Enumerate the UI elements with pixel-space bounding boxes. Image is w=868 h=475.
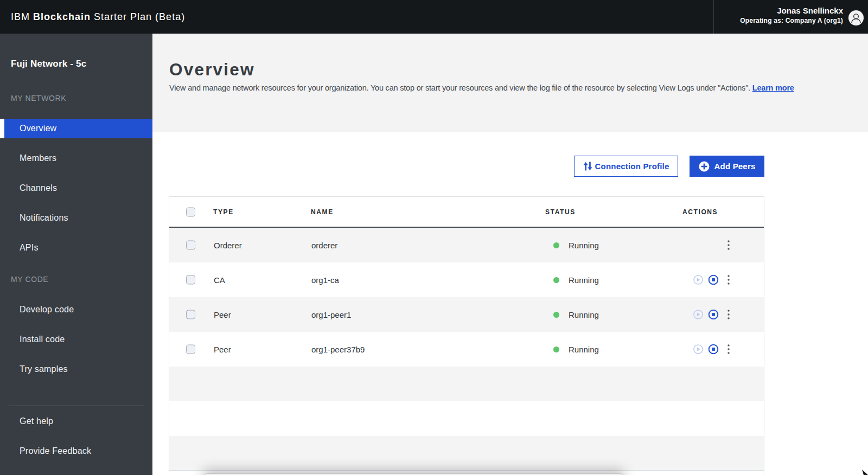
column-header-status[interactable]: STATUS — [545, 208, 576, 216]
brand-prefix: IBM — [11, 11, 30, 22]
row-overflow-menu-icon[interactable] — [727, 309, 730, 320]
page-description: View and manage network resources for yo… — [169, 84, 794, 92]
cell-type: CA — [214, 275, 225, 285]
table-row-org1-peer37b9: Peerorg1-peer37b9Running — [169, 332, 764, 367]
cell-status: Running — [569, 275, 599, 285]
sort-arrows-icon — [583, 162, 592, 171]
stop-resource-button[interactable] — [709, 344, 719, 355]
table-header-row: TYPE NAME STATUS ACTIONS — [169, 197, 764, 228]
sidebar-item-get-help[interactable]: Get help — [0, 412, 152, 431]
cell-name: org1-peer1 — [311, 310, 351, 319]
mouse-cursor — [862, 470, 868, 475]
page-title: Overview — [169, 60, 255, 80]
sidebar-item-members[interactable]: Members — [0, 149, 152, 168]
connection-profile-button[interactable]: Connection Profile — [574, 156, 678, 177]
column-header-type[interactable]: TYPE — [213, 208, 234, 216]
sidebar-item-try-samples[interactable]: Try samples — [0, 360, 152, 379]
user-avatar-icon[interactable] — [848, 10, 864, 25]
cell-type: Orderer — [214, 241, 242, 250]
sidebar-section-label-my-network: MY NETWORK — [11, 94, 152, 102]
start-resource-button[interactable] — [693, 310, 703, 319]
brand: IBM Blockchain Starter Plan (Beta) — [11, 11, 185, 23]
plus-circle-icon — [699, 161, 710, 172]
resources-table: TYPE NAME STATUS ACTIONS OrdererordererR… — [169, 196, 764, 475]
table-row-empty — [169, 436, 764, 471]
table-row-empty — [169, 367, 764, 401]
table-row-orderer: OrdererordererRunning — [169, 228, 764, 262]
table-row-org1-peer1: Peerorg1-peer1Running — [169, 297, 764, 332]
row-overflow-menu-icon[interactable] — [727, 344, 730, 355]
sidebar-item-overview[interactable]: Overview — [0, 119, 152, 138]
cell-name: org1-ca — [311, 275, 339, 285]
status-running-dot — [553, 346, 559, 352]
start-resource-button[interactable] — [693, 275, 703, 285]
cell-status: Running — [569, 310, 599, 319]
table-row-org1-ca: CAorg1-caRunning — [169, 262, 764, 297]
column-header-actions: ACTIONS — [682, 208, 718, 216]
network-name: Fuji Network - 5c — [11, 59, 152, 69]
table-body: OrdererordererRunningCAorg1-caRunningPee… — [169, 228, 764, 471]
row-checkbox[interactable] — [186, 345, 195, 354]
row-checkbox[interactable] — [186, 241, 195, 250]
add-peers-label: Add Peers — [714, 162, 756, 171]
cell-type: Peer — [214, 310, 231, 319]
stop-resource-button[interactable] — [709, 310, 719, 320]
cell-type: Peer — [214, 345, 231, 354]
top-bar: IBM Blockchain Starter Plan (Beta) Jonas… — [0, 0, 868, 34]
add-peers-button[interactable]: Add Peers — [690, 156, 764, 177]
topbar-divider — [713, 0, 714, 34]
row-overflow-menu-icon[interactable] — [727, 240, 730, 251]
row-overflow-menu-icon[interactable] — [727, 274, 730, 285]
row-checkbox[interactable] — [186, 275, 195, 285]
cell-name: org1-peer37b9 — [311, 345, 365, 354]
start-resource-button[interactable] — [693, 344, 703, 354]
connection-profile-label: Connection Profile — [595, 162, 669, 171]
user-name: Jonas Snellinckx — [740, 6, 843, 16]
cell-status: Running — [569, 241, 599, 250]
sidebar-item-notifications[interactable]: Notifications — [0, 208, 152, 228]
sidebar-item-channels[interactable]: Channels — [0, 178, 152, 198]
sidebar-section-label-my-code: MY CODE — [11, 275, 152, 284]
status-running-dot — [553, 277, 559, 283]
status-running-dot — [553, 242, 559, 248]
select-all-checkbox[interactable] — [186, 207, 195, 216]
main-content: Overview View and manage network resourc… — [152, 34, 868, 475]
page-description-text: View and manage network resources for yo… — [169, 84, 752, 92]
sidebar-item-develop-code[interactable]: Develop code — [0, 300, 152, 319]
status-running-dot — [553, 312, 559, 318]
cell-status: Running — [569, 345, 599, 354]
brand-suffix: Starter Plan (Beta) — [94, 11, 185, 22]
stop-resource-button[interactable] — [709, 275, 719, 285]
sidebar-divider — [9, 406, 144, 406]
user-operating-as: Operating as: Company A (org1) — [740, 17, 843, 25]
app: IBM Blockchain Starter Plan (Beta) Jonas… — [0, 0, 868, 475]
cell-name: orderer — [311, 241, 337, 250]
sidebar-nav: MY NETWORKOverviewMembersChannelsNotific… — [0, 94, 152, 461]
user-block[interactable]: Jonas Snellinckx Operating as: Company A… — [740, 6, 843, 25]
sidebar-item-apis[interactable]: APIs — [0, 238, 152, 258]
sidebar-item-install-code[interactable]: Install code — [0, 330, 152, 349]
column-header-name[interactable]: NAME — [311, 208, 334, 216]
table-row-empty — [169, 401, 764, 436]
learn-more-link[interactable]: Learn more — [752, 84, 794, 92]
row-checkbox[interactable] — [186, 310, 195, 319]
sidebar: Fuji Network - 5c MY NETWORKOverviewMemb… — [0, 34, 152, 475]
brand-product: Blockchain — [33, 11, 91, 22]
page-header: Overview View and manage network resourc… — [152, 34, 868, 132]
sidebar-item-provide-feedback[interactable]: Provide Feedback — [0, 441, 152, 461]
